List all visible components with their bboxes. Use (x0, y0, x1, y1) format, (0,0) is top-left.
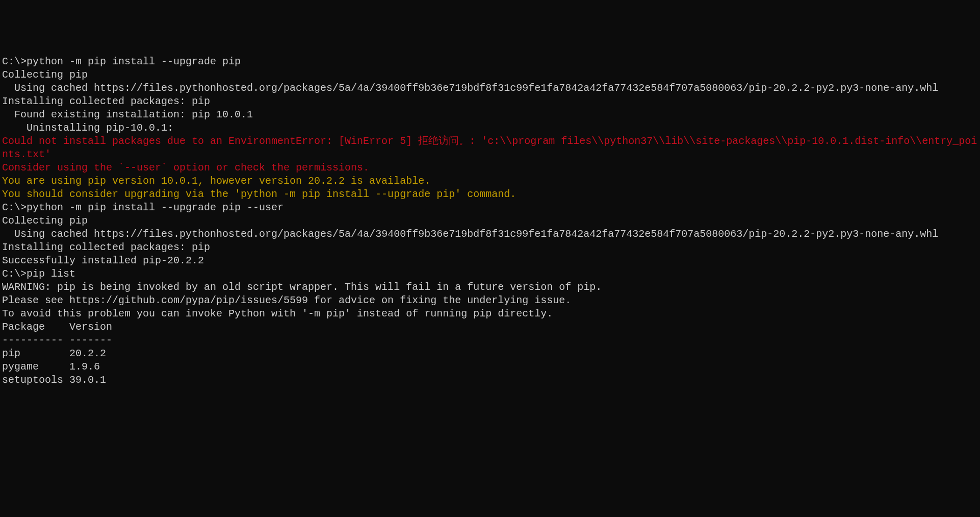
terminal-line: setuptools 39.0.1 (2, 374, 978, 387)
terminal-line: Uninstalling pip-10.0.1: (2, 121, 978, 135)
terminal-line: Installing collected packages: pip (2, 95, 978, 108)
terminal-line: Installing collected packages: pip (2, 241, 978, 254)
terminal-line: Found existing installation: pip 10.0.1 (2, 108, 978, 121)
terminal-line: pygame 1.9.6 (2, 360, 978, 374)
terminal-line: ---------- ------- (2, 334, 978, 347)
terminal-line: Package Version (2, 321, 978, 334)
terminal-line: Using cached https://files.pythonhosted.… (2, 228, 978, 241)
terminal-output[interactable]: C:\>python -m pip install --upgrade pipC… (2, 55, 978, 387)
terminal-line: You are using pip version 10.0.1, howeve… (2, 175, 978, 188)
terminal-line: To avoid this problem you can invoke Pyt… (2, 307, 978, 321)
terminal-line: C:\>python -m pip install --upgrade pip (2, 55, 978, 68)
terminal-line: WARNING: pip is being invoked by an old … (2, 281, 978, 294)
terminal-line: You should consider upgrading via the 'p… (2, 188, 978, 201)
terminal-line: C:\>pip list (2, 267, 978, 281)
terminal-line: Collecting pip (2, 214, 978, 228)
terminal-line: pip 20.2.2 (2, 347, 978, 360)
terminal-line: C:\>python -m pip install --upgrade pip … (2, 201, 978, 214)
terminal-line: Collecting pip (2, 68, 978, 82)
terminal-line: Consider using the `--user` option or ch… (2, 161, 978, 175)
terminal-line: Could not install packages due to an Env… (2, 135, 978, 161)
terminal-line: Please see https://github.com/pypa/pip/i… (2, 294, 978, 307)
terminal-line: Successfully installed pip-20.2.2 (2, 254, 978, 267)
terminal-line: Using cached https://files.pythonhosted.… (2, 82, 978, 95)
